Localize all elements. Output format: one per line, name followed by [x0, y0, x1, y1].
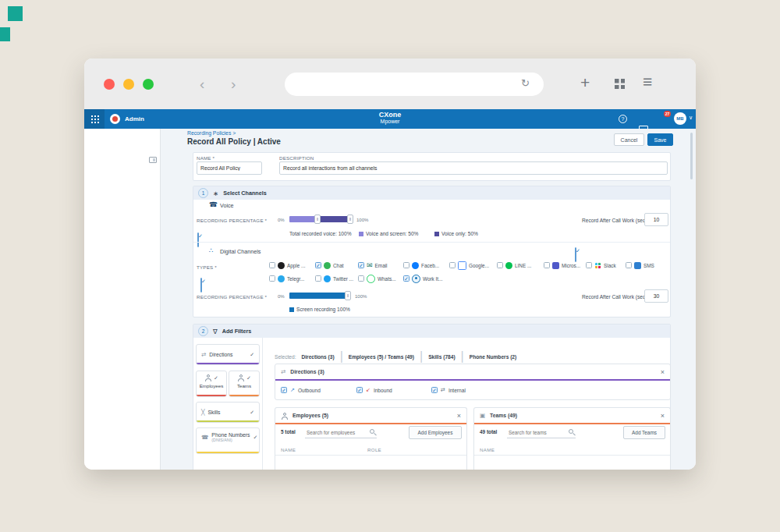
browser-menu-icon[interactable]: ≡	[643, 73, 652, 91]
recording-percentage-label: RECORDING PERCENTAGE *	[197, 218, 267, 223]
close-window-button[interactable]	[104, 79, 115, 90]
select-channels-header: 1 ∗ Select Channels	[193, 186, 670, 200]
refresh-icon[interactable]: ↻	[521, 77, 530, 89]
step-number: 1	[198, 188, 208, 198]
channel-facebook[interactable]: Faceb...	[403, 261, 439, 270]
slider-handle-1[interactable]	[314, 215, 321, 224]
digital-percentage-label: RECORDING PERCENTAGE *	[197, 294, 267, 300]
app-switcher-icon[interactable]	[90, 115, 99, 123]
slider-handle-2[interactable]	[347, 215, 353, 224]
channel-workitem[interactable]: Work It...	[403, 274, 442, 283]
channels-icon: ∗	[213, 190, 218, 197]
decor-square-2	[0, 27, 10, 41]
filter-teams-button[interactable]: ✓ Teams	[229, 371, 260, 397]
teams-panel: ▣ Teams (49) × 49 total Add Teams NAME	[473, 407, 671, 470]
selected-employees-teams[interactable]: Employees (5) / Teams (49)	[349, 354, 414, 360]
outbound-option[interactable]: ↗ Outbound	[281, 386, 321, 394]
channel-chat[interactable]: Chat	[315, 261, 344, 270]
digital-slider-track	[289, 293, 349, 299]
maximize-window-button[interactable]	[143, 79, 154, 90]
teams-icon	[237, 374, 244, 381]
teams-search[interactable]	[507, 427, 576, 438]
voice-label: Voice	[220, 202, 234, 209]
internal-arrows-icon: ⇄	[441, 387, 445, 393]
scrollbar-thumb[interactable]	[690, 133, 693, 179]
channel-apple[interactable]: Apple ...	[269, 261, 305, 270]
internal-option[interactable]: ⇄ Internal	[431, 386, 466, 394]
telegram-icon	[278, 275, 285, 282]
email-icon: ✉	[367, 262, 373, 269]
voice-icon: ☎	[209, 200, 218, 208]
cancel-button[interactable]: Cancel	[614, 133, 644, 146]
check-icon: ✓	[253, 434, 257, 441]
employees-total: 5 total	[281, 429, 296, 434]
breadcrumb[interactable]: Recording Policies >	[187, 130, 236, 136]
legend-screen-recording: Screen recording 100%	[296, 307, 350, 312]
skills-icon: ╳	[201, 409, 205, 416]
twitter-icon	[324, 275, 331, 282]
new-tab-icon[interactable]: +	[580, 73, 590, 92]
whatsapp-icon	[367, 275, 375, 283]
selected-phone-numbers[interactable]: Phone Numbers (2)	[470, 354, 516, 360]
work-item-icon	[412, 275, 420, 283]
channel-email[interactable]: ✉Email	[358, 261, 388, 270]
directions-panel: ⇄ Directions (3) × ↗ Outbound ↙ Inbound …	[275, 364, 671, 400]
forward-icon[interactable]: ›	[231, 76, 236, 92]
save-button[interactable]: Save	[647, 133, 673, 146]
digital-slider-max: 100%	[355, 294, 367, 299]
search-icon	[370, 429, 377, 436]
decor-square-1	[8, 6, 23, 21]
selected-directions[interactable]: Directions (3)	[302, 354, 335, 360]
filter-skills-button[interactable]: ╳ Skills ✓	[196, 402, 260, 423]
channel-sms[interactable]: SMS	[626, 261, 654, 270]
back-icon[interactable]: ‹	[200, 76, 204, 92]
tab-overview-icon[interactable]	[615, 79, 625, 89]
app-name: Admin	[125, 115, 144, 122]
selected-skills[interactable]: Skills (784)	[428, 354, 455, 360]
help-icon[interactable]	[619, 115, 627, 123]
inbound-option[interactable]: ↙ Inbound	[356, 386, 392, 394]
add-employees-button[interactable]: Add Employees	[409, 426, 462, 439]
digital-slider-handle[interactable]	[345, 291, 351, 300]
channel-whatsapp[interactable]: Whats...	[358, 274, 395, 283]
close-icon[interactable]: ×	[661, 412, 665, 420]
cxone-logo: CXone Mpower	[359, 111, 421, 125]
channel-microsoft[interactable]: Micros...	[544, 261, 580, 270]
close-icon[interactable]: ×	[457, 412, 461, 420]
channel-line[interactable]: LINE ...	[497, 261, 531, 270]
slider-max: 100%	[356, 218, 368, 222]
legend-voice-screen: Voice and screen: 50%	[366, 231, 418, 236]
close-icon[interactable]: ×	[661, 368, 665, 376]
sidebar-collapse-icon[interactable]	[149, 157, 157, 163]
address-bar[interactable]	[285, 73, 544, 96]
digital-channels-checkbox[interactable]	[200, 278, 202, 293]
employees-search[interactable]	[305, 427, 377, 438]
acw-digital-input[interactable]	[644, 289, 668, 303]
inbound-arrow-icon: ↙	[366, 387, 370, 393]
channel-twitter[interactable]: Twitter ...	[315, 274, 353, 283]
page-title: Record All Policy | Active	[187, 137, 281, 146]
employees-icon	[204, 374, 211, 381]
channel-telegram[interactable]: Telegr...	[269, 274, 304, 283]
profile-chevron-down-icon[interactable]: ∨	[689, 115, 693, 121]
line-icon	[505, 262, 512, 269]
voice-total-label: Total recorded voice: 100%	[289, 231, 352, 236]
employees-panel: Employees (5) × 5 total Add Employees NA…	[275, 407, 467, 470]
channel-google[interactable]: Google...	[449, 261, 489, 270]
check-icon: ✓	[214, 375, 218, 381]
voice-checkbox[interactable]	[197, 232, 199, 247]
filter-directions-button[interactable]: ⇄ Directions ✓	[196, 344, 260, 365]
channel-slack[interactable]: Slack	[586, 261, 616, 270]
minimize-window-button[interactable]	[123, 79, 134, 90]
browser-window: ‹ › ↻ + ≡ Admin CXone Mpower 27 MB ∨	[84, 59, 696, 470]
add-teams-button[interactable]: Add Teams	[623, 426, 665, 439]
description-field[interactable]	[279, 161, 668, 175]
google-chat-icon	[458, 261, 466, 270]
acw-digital-label: Record After Call Work (sec)	[582, 294, 647, 300]
name-field[interactable]	[197, 161, 262, 175]
avatar[interactable]: MB	[674, 112, 686, 125]
filter-phone-numbers-button[interactable]: ☎ Phone Numbers (DNIS/ANI) ✓	[196, 427, 260, 454]
acw-voice-input[interactable]	[644, 213, 668, 226]
filter-column-divider	[262, 338, 263, 470]
filter-employees-button[interactable]: ✓ Employees	[196, 371, 227, 397]
